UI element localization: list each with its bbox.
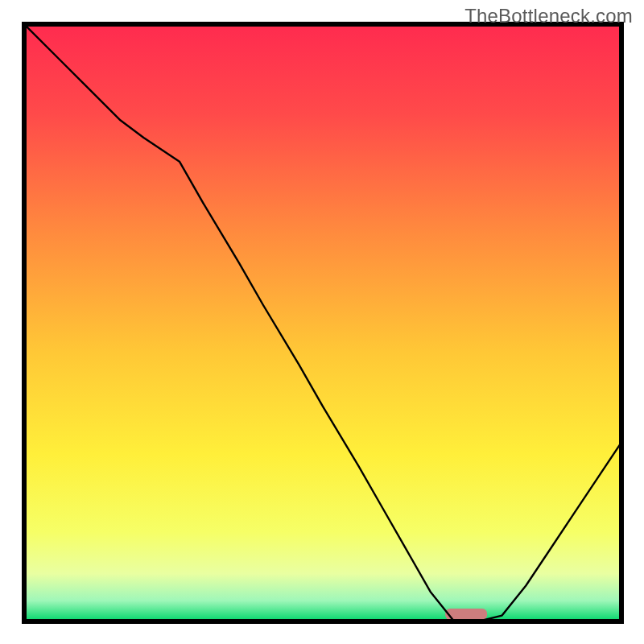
bottleneck-chart (0, 0, 644, 644)
watermark-text: TheBottleneck.com (464, 5, 633, 27)
chart-container: TheBottleneck.com (0, 0, 644, 644)
